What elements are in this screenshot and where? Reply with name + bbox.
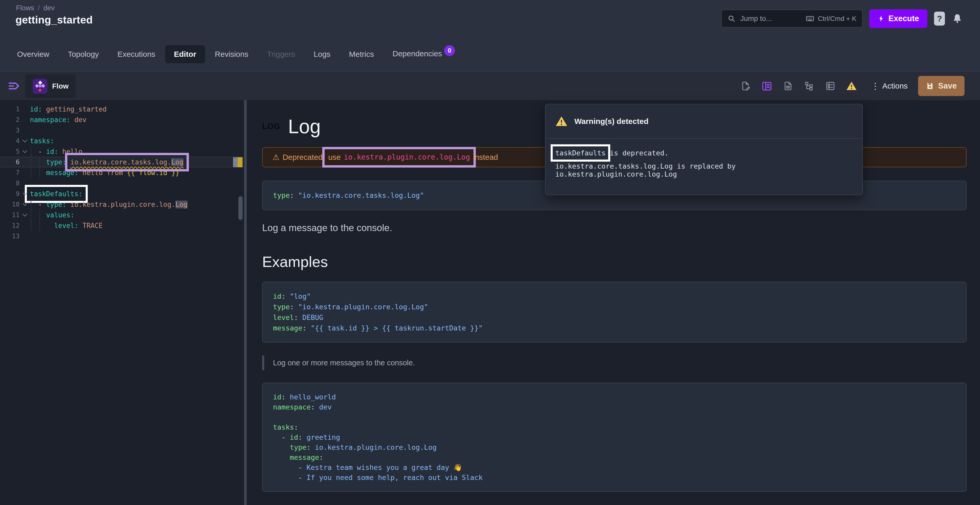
code-line: tasks: xyxy=(273,422,956,432)
line-number: 3 xyxy=(0,126,20,134)
code-line: namespace: dev xyxy=(273,402,956,412)
shortcut-hint: Ctrl/Cmd + K xyxy=(806,14,857,23)
deprecated-use-text: use xyxy=(328,153,340,162)
tab-label: Dependencies xyxy=(393,49,442,58)
editor-line-13[interactable]: 13 xyxy=(0,231,243,241)
tab-metrics[interactable]: Metrics xyxy=(349,50,374,59)
line-number: 12 xyxy=(0,222,20,229)
search-icon xyxy=(727,14,736,23)
warning-message-1-rest: is deprecated. xyxy=(606,149,668,157)
code-text: tasks: xyxy=(30,137,54,145)
search-placeholder: Jump to... xyxy=(740,14,801,23)
editor-line-9[interactable]: 9taskDefaults: xyxy=(0,188,243,199)
tab-label: Revisions xyxy=(215,50,248,58)
warning-triangle-icon xyxy=(555,115,568,127)
replacement-type-code: io.kestra.plugin.core.log.Log xyxy=(344,153,470,161)
code-text: message: hello from {{ flow.id }} xyxy=(30,169,179,177)
tab-overview[interactable]: Overview xyxy=(17,50,49,59)
code-line: id: "log" xyxy=(273,291,956,301)
warnings-popup-body: taskDefaults is deprecated. io.kestra.co… xyxy=(546,139,862,178)
tab-label: Editor xyxy=(174,50,196,58)
tab-count-badge: 0 xyxy=(444,45,455,56)
code-text: type: io.kestra.core.tasks.log.Log xyxy=(30,158,183,166)
line-number: 9 xyxy=(0,190,20,198)
fold-chevron-icon[interactable] xyxy=(20,214,30,216)
breadcrumb-separator: / xyxy=(38,4,40,12)
tab-dependencies[interactable]: Dependencies0 xyxy=(393,49,455,60)
code-line: - id: greeting xyxy=(273,432,956,442)
page-title: getting_started xyxy=(16,14,92,26)
indent-guide xyxy=(31,199,31,231)
warnings-indicator-icon[interactable] xyxy=(846,81,857,91)
editor-scrollbar-thumb[interactable] xyxy=(239,196,243,220)
line-number: 1 xyxy=(0,105,20,113)
toolbar-actions: ⋮ Actions Save xyxy=(740,71,964,101)
annotation-box-white: taskDefaults xyxy=(555,149,606,157)
line-number: 11 xyxy=(0,211,20,219)
file-detail-icon[interactable] xyxy=(783,81,794,91)
kebab-menu-icon: ⋮ xyxy=(871,81,880,91)
tree-view-icon[interactable] xyxy=(804,81,815,91)
actions-menu-button[interactable]: ⋮ Actions xyxy=(871,81,907,91)
save-button[interactable]: Save xyxy=(918,76,964,96)
sidebar-toggle-icon[interactable] xyxy=(8,81,20,91)
doc-description: Log a message to the console. xyxy=(262,223,967,233)
fold-chevron-icon[interactable] xyxy=(20,151,30,152)
example-code-block-2: id: hello_worldnamespace: dev tasks: - i… xyxy=(262,382,967,492)
tab-editor[interactable]: Editor xyxy=(165,45,205,63)
fold-chevron-icon[interactable] xyxy=(20,140,30,142)
code-line: message: "{{ task.id }} > {{ taskrun.sta… xyxy=(273,323,956,333)
tab-label: Triggers xyxy=(267,50,295,58)
code-line: - Kestra team wishes you a great day 👋 xyxy=(273,462,956,473)
tab-executions[interactable]: Executions xyxy=(118,50,155,59)
editor-line-1[interactable]: 1id: getting_started xyxy=(0,104,243,115)
notifications-bell-icon[interactable] xyxy=(951,13,963,24)
fold-chevron-icon[interactable] xyxy=(20,193,30,195)
jump-to-search[interactable]: Jump to... Ctrl/Cmd + K xyxy=(721,10,862,28)
kestra-flow-icon xyxy=(32,79,48,94)
tab-label: Metrics xyxy=(349,50,374,58)
editor-line-8[interactable]: 8 xyxy=(0,178,243,188)
fold-chevron-icon[interactable] xyxy=(20,204,30,205)
tab-label: Overview xyxy=(17,50,49,58)
file-tab-flow[interactable]: Flow xyxy=(25,74,76,98)
split-resize-handle[interactable] xyxy=(244,100,247,505)
example-caption-quote: Log one or more messages to the console. xyxy=(262,355,967,370)
editor-line-12[interactable]: 12 level: TRACE xyxy=(0,220,243,231)
code-line: type: "io.kestra.plugin.core.log.Log" xyxy=(273,301,956,312)
editor-line-5[interactable]: 5 - id: hello xyxy=(0,146,243,157)
editor-toolbar: Flow xyxy=(0,71,980,100)
editor-line-4[interactable]: 4tasks: xyxy=(0,135,243,146)
help-button[interactable]: ? xyxy=(934,12,945,25)
editor-line-2[interactable]: 2namespace: dev xyxy=(0,115,243,125)
breadcrumb-namespace[interactable]: dev xyxy=(43,4,55,12)
editor-line-3[interactable]: 3 xyxy=(0,125,243,135)
lightning-icon xyxy=(878,15,885,22)
tab-logs[interactable]: Logs xyxy=(314,50,331,59)
editor-line-7[interactable]: 7 message: hello from {{ flow.id }} xyxy=(0,167,243,178)
line-number: 4 xyxy=(0,137,20,145)
annotation-box-white: taskDefaults: xyxy=(30,190,83,198)
flow-tabs-nav: OverviewTopologyExecutionsEditorRevision… xyxy=(0,37,980,71)
editor-line-6[interactable]: 6 type: io.kestra.core.tasks.log.Log xyxy=(0,157,243,167)
doc-panel-icon[interactable] xyxy=(762,81,772,91)
plugin-log-icon: LOG xyxy=(262,122,280,131)
yaml-code-editor[interactable]: 1id: getting_started2namespace: dev34tas… xyxy=(0,100,245,505)
panel-list-icon[interactable] xyxy=(825,81,836,91)
editor-line-11[interactable]: 11 values: xyxy=(0,210,243,220)
example-code-block-1: id: "log"type: "io.kestra.plugin.core.lo… xyxy=(262,282,967,343)
breadcrumb-flows[interactable]: Flows xyxy=(16,4,34,12)
tab-triggers[interactable]: Triggers xyxy=(267,50,295,59)
editor-line-10[interactable]: 10 - type: io.kestra.plugin.core.log.Log xyxy=(0,199,243,210)
code-line: message: xyxy=(273,452,956,462)
tab-revisions[interactable]: Revisions xyxy=(215,50,248,59)
line-number: 7 xyxy=(0,169,20,176)
file-edit-icon[interactable] xyxy=(740,81,751,91)
code-text: id: getting_started xyxy=(30,105,107,113)
actions-label: Actions xyxy=(882,81,907,90)
tab-label: Executions xyxy=(118,50,155,58)
execute-button[interactable]: Execute xyxy=(869,9,928,28)
line-number: 8 xyxy=(0,180,20,187)
warnings-popup-header: Warning(s) detected xyxy=(546,104,862,139)
tab-topology[interactable]: Topology xyxy=(68,50,99,59)
